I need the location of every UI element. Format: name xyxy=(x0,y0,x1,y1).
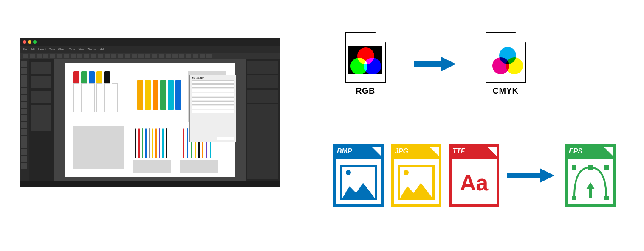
statusbar xyxy=(20,181,280,187)
menu-item[interactable]: File xyxy=(23,48,27,50)
menu-item[interactable]: Edit xyxy=(31,48,35,50)
file-format-conversion: BMPJPGTTFAaEPS xyxy=(333,144,616,207)
option-chip[interactable] xyxy=(145,54,150,58)
tool-button[interactable] xyxy=(21,109,27,114)
vector-icon xyxy=(572,165,609,200)
panel[interactable] xyxy=(247,104,278,179)
option-chip[interactable] xyxy=(138,54,144,58)
option-chip[interactable] xyxy=(57,54,62,58)
tool-button[interactable] xyxy=(21,102,27,108)
menu-item[interactable]: Table xyxy=(69,48,75,50)
pen-graphic xyxy=(149,128,150,158)
panel[interactable] xyxy=(31,76,51,88)
dialog-field[interactable] xyxy=(192,84,234,88)
image-placeholder[interactable] xyxy=(133,160,171,173)
dialog-field[interactable] xyxy=(192,110,234,113)
option-chip[interactable] xyxy=(105,54,110,58)
panel[interactable] xyxy=(31,105,51,131)
left-panels[interactable] xyxy=(29,59,54,181)
pen-graphic xyxy=(152,128,153,158)
dialog-field[interactable] xyxy=(192,93,234,96)
tool-button[interactable] xyxy=(21,163,27,169)
option-chip[interactable] xyxy=(30,54,35,58)
tool-button[interactable] xyxy=(21,81,27,87)
option-chip[interactable] xyxy=(91,54,96,58)
option-chip[interactable] xyxy=(77,54,82,58)
option-chip[interactable] xyxy=(200,54,205,58)
panel[interactable] xyxy=(31,62,51,74)
option-chip[interactable] xyxy=(166,54,171,58)
toolbox[interactable] xyxy=(20,59,29,181)
canvas[interactable]: 書き出し設定 xyxy=(54,59,246,181)
tool-button[interactable] xyxy=(21,122,27,128)
option-chip[interactable] xyxy=(71,54,76,58)
option-chip[interactable] xyxy=(159,54,164,58)
dialog-field[interactable] xyxy=(192,101,234,105)
dialog-field[interactable] xyxy=(192,97,234,100)
right-panels[interactable] xyxy=(246,59,280,181)
tool-button[interactable] xyxy=(21,61,27,67)
option-chip[interactable] xyxy=(98,54,103,58)
dialog-ok-button[interactable] xyxy=(217,137,234,140)
tool-button[interactable] xyxy=(21,115,27,121)
tool-button[interactable] xyxy=(21,156,27,162)
panel[interactable] xyxy=(247,61,278,74)
panel[interactable] xyxy=(247,90,278,103)
option-chip[interactable] xyxy=(111,54,116,58)
tool-button[interactable] xyxy=(21,75,27,81)
option-chip[interactable] xyxy=(206,54,212,58)
tool-button[interactable] xyxy=(21,95,27,101)
option-chip[interactable] xyxy=(43,54,48,58)
maximize-icon[interactable] xyxy=(33,40,37,44)
image-placeholder[interactable] xyxy=(180,160,218,173)
option-chip[interactable] xyxy=(50,54,55,58)
option-chip[interactable] xyxy=(84,54,89,58)
option-chip[interactable] xyxy=(64,54,69,58)
marker-graphic xyxy=(73,71,79,112)
options-bar[interactable] xyxy=(20,53,280,59)
minimize-icon[interactable] xyxy=(28,40,31,44)
option-chip[interactable] xyxy=(23,54,28,58)
tool-button[interactable] xyxy=(21,88,27,94)
option-chip[interactable] xyxy=(125,54,130,58)
tool-button[interactable] xyxy=(21,129,27,135)
close-icon[interactable] xyxy=(23,40,26,44)
marker-graphic xyxy=(89,71,95,112)
panel[interactable] xyxy=(247,75,278,88)
dialog-field[interactable] xyxy=(192,106,234,109)
menu-item[interactable]: Object xyxy=(58,48,65,50)
option-chip[interactable] xyxy=(37,54,42,58)
option-chip[interactable] xyxy=(172,54,178,58)
panel[interactable] xyxy=(31,91,51,103)
option-chip[interactable] xyxy=(186,54,191,58)
arrow-right-icon xyxy=(414,57,457,71)
dialog-field[interactable] xyxy=(192,89,234,92)
highlighter-graphic xyxy=(153,80,158,110)
menu-item[interactable]: Type xyxy=(49,48,55,50)
menu-item[interactable]: View xyxy=(79,48,84,50)
dialog-field[interactable] xyxy=(192,80,234,84)
option-chip[interactable] xyxy=(118,54,123,58)
pen-graphic xyxy=(135,128,136,158)
option-chip[interactable] xyxy=(132,54,137,58)
tool-button[interactable] xyxy=(21,149,27,155)
option-chip[interactable] xyxy=(193,54,198,58)
color-mode-conversion: RGB CMYK xyxy=(342,32,529,96)
option-chip[interactable] xyxy=(152,54,157,58)
image-placeholder[interactable] xyxy=(73,126,124,169)
marker-graphic xyxy=(96,71,102,112)
export-dialog[interactable]: 書き出し設定 xyxy=(189,75,236,142)
file-content xyxy=(398,165,435,200)
menu-item[interactable]: Help xyxy=(100,48,105,50)
menubar[interactable]: FileEditLayoutTypeObjectTableViewWindowH… xyxy=(20,46,280,53)
menu-item[interactable]: Layout xyxy=(38,48,46,50)
file-ttf: TTFAa xyxy=(449,144,499,207)
tool-button[interactable] xyxy=(21,68,27,74)
tool-button[interactable] xyxy=(21,136,27,142)
tool-button[interactable] xyxy=(21,142,27,148)
menu-item[interactable]: Window xyxy=(88,48,96,50)
design-app-window: FileEditLayoutTypeObjectTableViewWindowH… xyxy=(20,38,280,187)
marker-graphic xyxy=(81,71,87,112)
file-content: Aa xyxy=(456,165,492,200)
option-chip[interactable] xyxy=(179,54,184,58)
